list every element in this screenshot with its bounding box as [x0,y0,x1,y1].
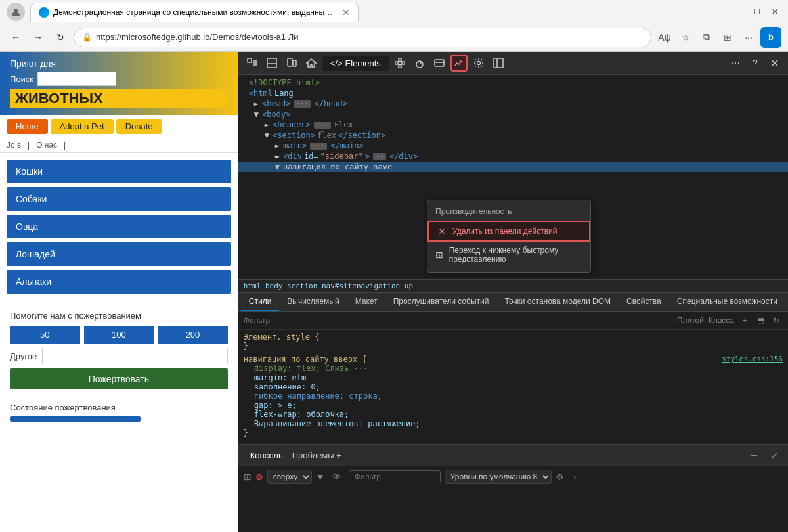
tab-layout[interactable]: Макет [347,293,385,311]
animal-sheep[interactable]: Овца [7,215,231,238]
svg-line-18 [420,62,422,64]
amount-200[interactable]: 200 [158,326,228,344]
device-toolbar-icon[interactable] [283,55,300,72]
maximize-button[interactable]: ☐ [750,5,763,18]
search-input[interactable] [37,72,116,86]
sub-nav-sep: | [28,141,30,150]
console-dropdown-icon[interactable]: ▼ [316,472,325,482]
donate-label: Помогите нам с пожертвованием [10,311,228,321]
tab-styles[interactable]: Стили [241,293,280,311]
browser-tab[interactable]: Демонстрационная страница со специальным… [30,3,359,22]
context-menu-remove-item[interactable]: ✕ Удалить из панели действий [427,221,590,242]
refresh-styles-icon[interactable]: ↻ [770,314,783,327]
devtools-help-icon[interactable]: ? [747,55,764,72]
problems-tab[interactable]: Проблемы + [292,451,341,460]
elements-tab-label: Elements [345,58,381,68]
dom-section[interactable]: ▼ <section> flex </section> [238,130,788,141]
close-window-button[interactable]: ✕ [768,5,781,18]
styles-filter-row: :Плитой: Класса + ⬒ ↻ [238,312,788,330]
filter-actions: + ⬒ ↻ [738,314,783,327]
animal-alpacas[interactable]: Альпаки [7,270,231,294]
svg-rect-10 [402,62,405,64]
element-style-selector: Элемент. style { [244,332,783,342]
back-button[interactable]: ← [7,28,25,47]
amount-50[interactable]: 50 [10,326,80,344]
svg-rect-7 [288,58,292,66]
console-arrow-left-icon[interactable]: › [568,469,582,485]
sub-nav-about[interactable]: О нас [36,141,57,150]
favorites-icon[interactable]: ☆ [676,28,695,47]
network-icon[interactable] [391,55,408,72]
devtools-more-icon[interactable]: ··· [728,57,744,69]
address-bar: ← → ↻ 🔒 https://microsoftedge.github.io/… [0,24,788,51]
settings-icon[interactable] [470,55,487,72]
tab-event-listeners[interactable]: Прослушиватели событий [385,293,497,311]
split-screen-icon[interactable]: ⧉ [697,28,716,47]
new-style-rule-icon[interactable]: + [738,314,751,327]
other-amount-input[interactable] [42,349,227,363]
element-style-rule: Элемент. style { } [244,332,783,351]
sidebar-toggle-icon[interactable] [490,55,507,72]
donate-button[interactable]: Пожертвовать [10,368,228,389]
tab-dom-breakpoints[interactable]: Точки останова модели DOM [497,293,619,311]
dom-body[interactable]: ▼ <body> [238,109,788,120]
refresh-button[interactable]: ↻ [51,28,70,47]
dom-nav[interactable]: ▼ навигация по сайту nave [238,162,788,172]
nav-adopt[interactable]: Adopt a Pet [51,119,114,134]
animal-cats[interactable]: Кошки [7,160,231,183]
inspect-icon[interactable]: ⬒ [754,314,767,327]
animal-dogs[interactable]: Собаки [7,187,231,211]
style-source-link[interactable]: styles.css:156 [722,355,783,363]
tab-properties[interactable]: Свойства [619,293,669,311]
tab-computed[interactable]: Вычисляемый [279,293,347,311]
nav-home[interactable]: Home [7,119,48,134]
tab-close-icon[interactable]: ✕ [342,7,350,18]
home-icon[interactable] [303,55,320,72]
tab-accessibility[interactable]: Специальные возможности [669,293,785,311]
console-filter-input[interactable] [349,470,441,483]
console-eye-icon[interactable]: 👁 [329,469,345,485]
devtools-panel: </> Elements ··· ? ✕ [238,52,788,532]
sub-nav-sep2: | [64,141,66,150]
read-aloud-icon[interactable]: Aψ [655,28,674,47]
status-section: Состояние пожертвования [0,396,238,428]
elements-tab[interactable]: </> Elements [322,56,389,71]
performance-monitor-icon[interactable] [450,55,468,72]
animal-horses[interactable]: Лошадей [7,242,231,266]
bing-button[interactable]: b [760,27,781,48]
console-tab[interactable]: Консоль [244,448,290,463]
collections-icon[interactable]: ⊞ [718,28,737,47]
styles-filter-input[interactable] [244,316,671,325]
dom-sidebar[interactable]: ► <div id= "sidebar" > ·· </div> [238,151,788,162]
other-label: Другое [10,351,37,361]
performance-icon[interactable] [411,55,428,72]
style-display: display: flex; Слизь ··· [244,364,783,373]
forward-button[interactable]: → [29,28,47,47]
application-icon[interactable] [431,55,448,72]
console-expand-icon[interactable]: ⊞ [244,472,252,482]
console-settings-icon[interactable]: ⚙ [556,472,564,482]
dom-header[interactable]: ► <header> ··· Flex [238,120,788,130]
dom-html[interactable]: <html Lang [238,88,788,99]
profile-icon[interactable] [7,3,25,21]
url-bar[interactable]: 🔒 https://microsoftedge.github.io/Demos/… [74,28,651,47]
browser-chrome: Демонстрационная страница со специальным… [0,0,788,52]
dom-head[interactable]: ► <head> ··· </head> [238,99,788,109]
more-tools-icon[interactable]: ··· [739,28,758,47]
context-menu-goto-item[interactable]: ⊞ Переход к нижнему быстрому представлен… [427,242,590,268]
console-context-select[interactable]: сверху [267,470,312,484]
amount-100[interactable]: 100 [84,326,154,344]
svg-rect-9 [395,62,398,64]
search-row: Поиск [10,72,228,86]
dom-main[interactable]: ► main> ··· </main> [238,141,788,151]
console-expand-icon[interactable]: ⤢ [767,447,783,463]
inspect-element-icon[interactable] [244,55,261,72]
dom-doctype[interactable]: <!DOCTYPE html> [238,78,788,88]
nav-donate[interactable]: Donate [116,119,162,134]
console-levels-select[interactable]: Уровни по умолчанию 8 [445,470,552,484]
console-drawer-icon[interactable] [263,55,280,72]
devtools-close-button[interactable]: ✕ [766,57,783,70]
sub-nav-jos[interactable]: Jo s [7,141,21,150]
console-dock-icon[interactable]: ⊢ [746,447,762,463]
minimize-button[interactable]: — [732,5,745,18]
